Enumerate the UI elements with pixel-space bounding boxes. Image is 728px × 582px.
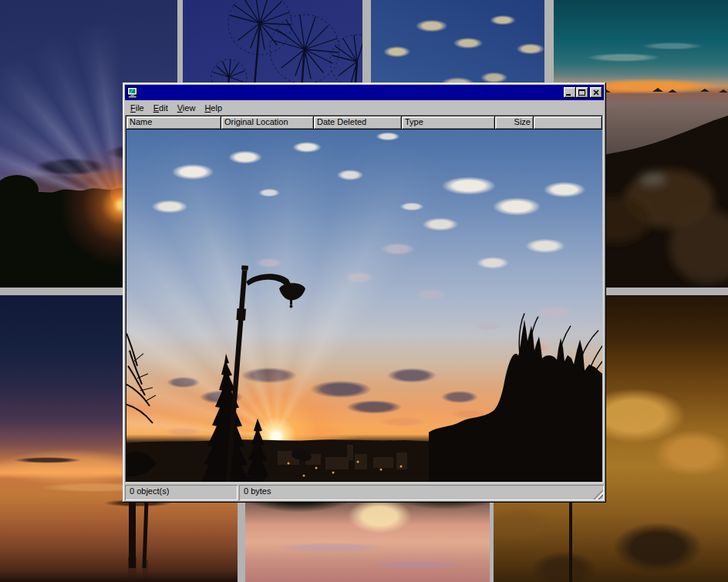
pole-reflection — [128, 557, 136, 582]
column-header-row: Name Original Location Date Deleted Type… — [126, 116, 602, 130]
menu-help[interactable]: Help — [200, 102, 227, 114]
resize-grip-icon[interactable] — [593, 489, 603, 500]
list-background-photo[interactable] — [126, 130, 602, 482]
minimize-button[interactable] — [564, 87, 576, 98]
water-pole — [142, 500, 148, 568]
close-icon — [590, 87, 602, 98]
recycle-bin-window: File Edit View Help Name Original Locati… — [123, 82, 606, 503]
column-header-size[interactable]: Size — [495, 116, 534, 130]
close-button[interactable] — [590, 87, 602, 98]
maximize-icon — [578, 89, 585, 96]
file-list-view[interactable]: Name Original Location Date Deleted Type… — [125, 115, 604, 483]
status-bytes: 0 bytes — [239, 485, 604, 500]
maximize-button[interactable] — [576, 87, 588, 98]
status-bytes-label: 0 bytes — [244, 486, 271, 496]
thin-pole — [569, 492, 572, 582]
menu-bar: File Edit View Help — [125, 100, 604, 115]
status-bar: 0 object(s) 0 bytes — [125, 485, 604, 500]
titlebar[interactable] — [125, 85, 604, 100]
status-objects: 0 object(s) — [125, 485, 238, 500]
menu-file[interactable]: File — [126, 102, 149, 114]
menu-edit[interactable]: Edit — [149, 102, 173, 114]
column-header-type[interactable]: Type — [402, 116, 495, 130]
menu-view[interactable]: View — [173, 102, 201, 114]
silhouettes-overlay — [126, 130, 602, 482]
computer-monitor-icon[interactable] — [126, 86, 139, 99]
window-controls — [564, 87, 602, 98]
column-header-date-deleted[interactable]: Date Deleted — [314, 116, 402, 130]
column-header-name[interactable]: Name — [126, 116, 221, 130]
column-header-blank[interactable] — [534, 116, 602, 130]
pole-reflection — [143, 560, 148, 582]
column-header-original-location[interactable]: Original Location — [221, 116, 314, 130]
minimize-icon — [566, 94, 571, 96]
desktop: { "window": { "title": "", "titlebar_col… — [0, 0, 728, 582]
